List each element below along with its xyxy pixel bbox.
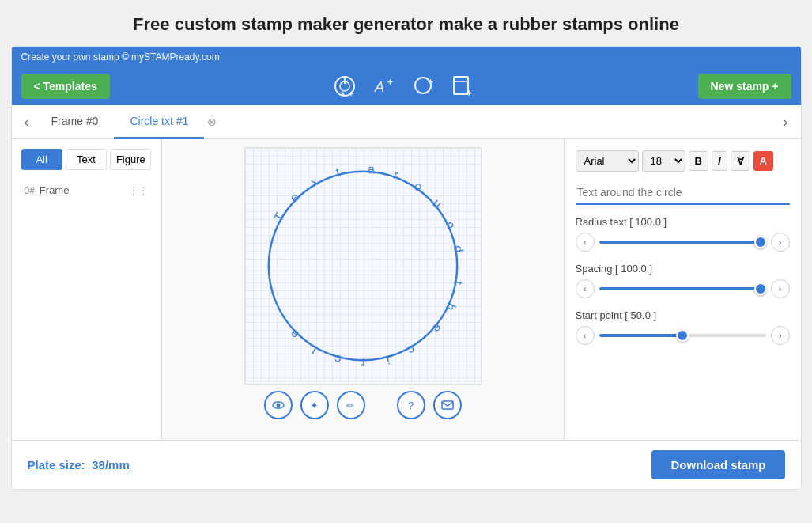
svg-text:+: + [428, 77, 433, 88]
plate-size-unit: /mm [105, 458, 130, 472]
magic-tool-button[interactable]: ✦ [300, 391, 329, 419]
startpoint-slider-section: Start point [ 50.0 ] ‹ › [576, 309, 790, 345]
layer-label: Frame [40, 184, 70, 196]
spacing-slider-section: Spacing [ 100.0 ] ‹ › [576, 263, 790, 298]
circle-text-input[interactable] [576, 181, 790, 205]
radius-decrease-button[interactable]: ‹ [576, 233, 595, 252]
svg-rect-37 [442, 401, 453, 409]
startpoint-fill [599, 334, 683, 337]
svg-text:o: o [411, 179, 425, 194]
spacing-increase-button[interactable]: › [771, 279, 790, 298]
download-button[interactable]: Download stamp [651, 450, 784, 479]
spacing-track[interactable] [599, 287, 766, 290]
plate-size-value[interactable]: 38 [92, 458, 105, 472]
radius-slider-row: ‹ › [576, 233, 790, 252]
add-text-icon[interactable]: A + [372, 74, 396, 98]
spacing-thumb[interactable] [754, 282, 767, 295]
spacing-label: Spacing [ 100.0 ] [576, 263, 790, 275]
svg-text:t: t [334, 165, 341, 180]
layer-item: 0# Frame ⋮⋮ [21, 180, 152, 201]
layer-num: 0# [25, 185, 35, 196]
eye-tool-button[interactable] [264, 391, 293, 419]
tab-circle-txt[interactable]: Circle txt #1 [114, 105, 204, 139]
tabs-row: ‹ Frame #0 Circle txt #1 ⊗ › [12, 105, 801, 139]
bottom-bar: Plate size: 38/mm Download stamp [12, 440, 801, 489]
svg-text:r: r [360, 356, 364, 370]
svg-line-3 [342, 92, 344, 95]
radius-track[interactable] [599, 241, 766, 244]
page-title: Free custom stamp maker generator make a… [0, 0, 812, 46]
add-circle-icon[interactable]: + [412, 74, 436, 98]
tab-arrow-left[interactable]: ‹ [18, 111, 36, 134]
mail-tool-button[interactable] [433, 391, 462, 419]
spacing-fill [599, 287, 761, 290]
tab-frame[interactable]: Frame #0 [36, 105, 115, 139]
svg-point-33 [276, 404, 280, 407]
svg-text:✏: ✏ [346, 400, 354, 411]
svg-text:i: i [384, 353, 391, 366]
new-stamp-button[interactable]: New stamp + [698, 74, 791, 99]
filter-figure[interactable]: Figure [110, 149, 151, 170]
svg-text:c: c [333, 352, 342, 366]
canvas-area: T e x t a r o u n d t h e [162, 139, 564, 440]
svg-text:A: A [374, 79, 384, 95]
tab-arrow-right[interactable]: › [777, 111, 795, 134]
filter-text[interactable]: Text [66, 149, 107, 170]
svg-text:e: e [429, 321, 444, 335]
startpoint-decrease-button[interactable]: ‹ [576, 326, 595, 345]
color-button[interactable]: A [753, 151, 773, 171]
font-family-select[interactable]: Arial [576, 150, 639, 172]
startpoint-increase-button[interactable]: › [771, 326, 790, 345]
strikethrough-button[interactable]: ∀ [731, 151, 750, 171]
startpoint-label: Start point [ 50.0 ] [576, 309, 790, 321]
bold-button[interactable]: B [689, 151, 708, 171]
svg-text:+: + [466, 88, 472, 98]
radius-fill [599, 241, 761, 244]
svg-text:d: d [451, 244, 465, 254]
svg-text:+: + [387, 77, 393, 88]
italic-button[interactable]: I [712, 151, 727, 171]
svg-text:a: a [367, 162, 375, 176]
startpoint-track[interactable] [599, 334, 766, 337]
tab-close-button[interactable]: ⊗ [204, 116, 220, 128]
stamp-canvas[interactable]: T e x t a r o u n d t h e [244, 147, 482, 385]
help-tool-button[interactable]: ? [397, 391, 425, 419]
add-frame-icon[interactable]: + [451, 74, 475, 98]
left-panel: All Text Figure 0# Frame ⋮⋮ [12, 139, 162, 440]
radius-slider-section: Radius text [ 100.0 ] ‹ › [576, 216, 790, 252]
svg-text:?: ? [408, 400, 414, 411]
radius-increase-button[interactable]: › [771, 233, 790, 252]
startpoint-thumb[interactable] [676, 329, 689, 342]
font-toolbar: Arial 18 B I ∀ A [576, 150, 790, 172]
plate-size-label: Plate size: [28, 458, 85, 472]
canvas-tools: ✦ ✏ ? [264, 391, 462, 419]
toolbar-icons: + A + + + [116, 74, 692, 98]
startpoint-slider-row: ‹ › [576, 326, 790, 345]
filter-tabs: All Text Figure [21, 149, 152, 170]
add-shape-icon[interactable]: + [333, 74, 357, 98]
paint-tool-button[interactable]: ✏ [337, 391, 365, 419]
plate-size: Plate size: 38/mm [28, 458, 130, 472]
radius-label: Radius text [ 100.0 ] [576, 216, 790, 228]
toolbar: < Templates + A + [12, 67, 801, 105]
top-bar: Create your own stamp © mySTAMPready.com [12, 47, 801, 67]
right-panel: Arial 18 B I ∀ A Radius text [ 100.0 ] ‹ [564, 139, 801, 440]
svg-text:✦: ✦ [310, 400, 319, 411]
main-content: All Text Figure 0# Frame ⋮⋮ [12, 139, 801, 440]
filter-all[interactable]: All [21, 149, 62, 170]
app-container: Create your own stamp © mySTAMPready.com… [11, 46, 802, 490]
layer-drag-handle[interactable]: ⋮⋮ [128, 184, 149, 196]
font-size-select[interactable]: 18 [642, 150, 685, 172]
svg-text:+: + [349, 89, 353, 98]
svg-text:t: t [451, 280, 465, 286]
spacing-decrease-button[interactable]: ‹ [576, 279, 595, 298]
radius-thumb[interactable] [754, 236, 767, 248]
top-bar-label: Create your own stamp © mySTAMPready.com [21, 51, 220, 63]
templates-button[interactable]: < Templates [21, 74, 110, 99]
spacing-slider-row: ‹ › [576, 279, 790, 298]
